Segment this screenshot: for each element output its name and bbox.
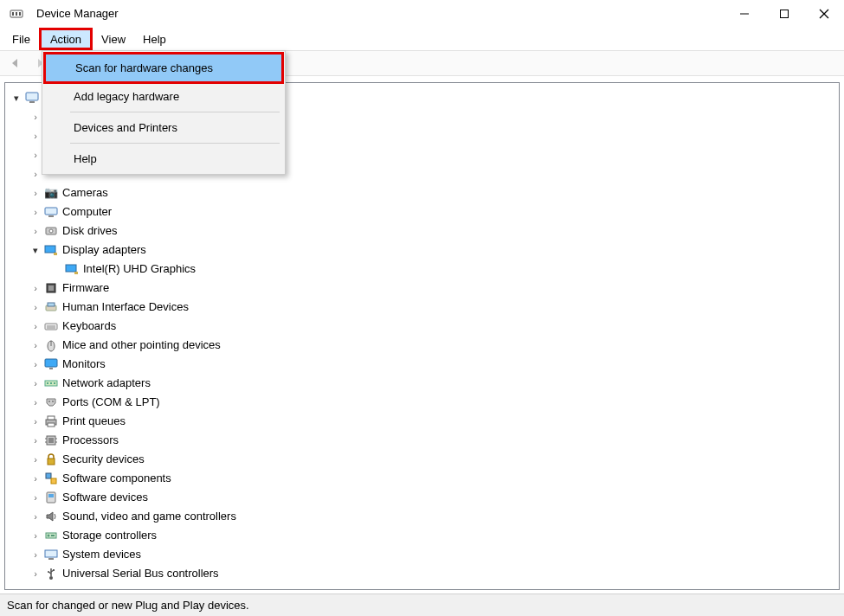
chevron-right-icon[interactable]: › <box>29 412 42 431</box>
tree-label: Cameras <box>62 183 108 202</box>
tree-node-cameras[interactable]: › 📷 Cameras <box>9 183 835 202</box>
tree-node-firmware[interactable]: › Firmware <box>9 279 835 298</box>
tree-node-system[interactable]: › System devices <box>9 545 835 564</box>
chevron-right-icon[interactable]: › <box>29 202 42 221</box>
processor-icon <box>43 433 59 447</box>
chevron-right-icon[interactable]: › <box>29 279 42 298</box>
menu-help[interactable]: Help <box>134 28 175 50</box>
chip-icon <box>43 281 59 295</box>
menu-action[interactable]: Action <box>39 28 93 50</box>
svg-point-34 <box>52 401 54 402</box>
tree-node-security[interactable]: › Security devices <box>9 450 835 469</box>
tree-label: Keyboards <box>62 317 116 336</box>
security-icon <box>43 452 59 466</box>
chevron-right-icon[interactable]: › <box>29 393 42 412</box>
tree-node-display[interactable]: ▾ Display adapters <box>9 241 835 260</box>
tree-label: Software components <box>62 469 171 488</box>
software-component-icon <box>43 472 59 485</box>
chevron-right-icon[interactable]: › <box>29 126 42 145</box>
menu-file[interactable]: File <box>3 28 39 50</box>
tree-node-swdev[interactable]: › Software devices <box>9 488 835 507</box>
chevron-down-icon[interactable]: ▾ <box>10 88 23 107</box>
tree-node-usb[interactable]: › Universal Serial Bus controllers <box>9 564 835 583</box>
tree-node-monitors[interactable]: › Monitors <box>9 355 835 374</box>
chevron-right-icon[interactable]: › <box>29 107 42 126</box>
svg-rect-30 <box>47 382 48 384</box>
monitor-icon <box>43 357 59 371</box>
menu-view[interactable]: View <box>93 28 134 50</box>
computer-icon <box>43 205 59 219</box>
chevron-right-icon[interactable]: › <box>29 450 42 469</box>
svg-point-13 <box>49 229 53 233</box>
svg-rect-53 <box>48 558 54 560</box>
svg-rect-51 <box>51 535 55 536</box>
sound-icon <box>43 510 59 523</box>
tree-node-swcomp[interactable]: › Software components <box>9 469 835 488</box>
statusbar: Scan for changed or new Plug and Play de… <box>0 594 844 616</box>
maximize-button[interactable] <box>764 0 804 28</box>
port-icon <box>43 395 59 409</box>
chevron-right-icon[interactable]: › <box>29 317 42 336</box>
tree-node-disk[interactable]: › Disk drives <box>9 221 835 241</box>
tree-node-sound[interactable]: › Sound, video and game controllers <box>9 507 835 526</box>
menu-item-add-legacy[interactable]: Add legacy hardware <box>44 83 283 110</box>
tree-node-computer[interactable]: › Computer <box>9 202 835 221</box>
tree-node-hid[interactable]: › Human Interface Devices <box>9 298 835 317</box>
svg-rect-3 <box>19 12 21 16</box>
chevron-right-icon[interactable]: › <box>29 355 42 374</box>
chevron-right-icon[interactable]: › <box>29 507 42 526</box>
chevron-right-icon[interactable]: › <box>29 431 42 450</box>
tree-label: Display adapters <box>62 241 146 260</box>
svg-rect-17 <box>74 272 78 274</box>
menubar: File Action View Help <box>0 28 844 50</box>
tree-node-network[interactable]: › Network adapters <box>9 374 835 393</box>
menu-item-help[interactable]: Help <box>44 145 283 172</box>
printer-icon <box>43 414 59 428</box>
svg-point-54 <box>49 576 53 580</box>
tree-label: Universal Serial Bus controllers <box>62 564 219 583</box>
chevron-right-icon[interactable]: › <box>29 374 42 393</box>
close-button[interactable] <box>804 0 844 28</box>
svg-rect-5 <box>781 10 789 18</box>
computer-icon <box>24 91 40 105</box>
tree-label: Firmware <box>62 279 109 298</box>
chevron-right-icon[interactable]: › <box>29 183 42 202</box>
chevron-right-icon[interactable]: › <box>29 488 42 507</box>
tree-node-ports[interactable]: › Ports (COM & LPT) <box>9 393 835 412</box>
menu-item-scan-hardware[interactable]: Scan for hardware changes <box>46 55 281 81</box>
tree-node-keyboards[interactable]: › Keyboards <box>9 317 835 336</box>
chevron-right-icon[interactable]: › <box>29 298 42 317</box>
minimize-button[interactable] <box>725 0 764 28</box>
svg-rect-28 <box>49 368 53 369</box>
back-button[interactable] <box>5 53 26 74</box>
tree-node-storage[interactable]: › Storage controllers <box>9 526 835 545</box>
hid-icon <box>43 300 59 314</box>
chevron-right-icon[interactable]: › <box>29 336 42 355</box>
chevron-right-icon[interactable]: › <box>29 469 42 488</box>
chevron-right-icon[interactable]: › <box>29 545 42 564</box>
chevron-right-icon[interactable]: › <box>29 145 42 164</box>
tree-node-mice[interactable]: › Mice and other pointing devices <box>9 336 835 355</box>
tree-label: Processors <box>62 431 119 450</box>
tree-node-proc[interactable]: › Processors <box>9 431 835 450</box>
chevron-right-icon[interactable]: › <box>29 221 42 241</box>
svg-rect-46 <box>51 478 56 484</box>
chevron-right-icon[interactable]: › <box>29 564 42 583</box>
tree-label: Ports (COM & LPT) <box>62 393 160 412</box>
camera-icon: 📷 <box>43 186 59 200</box>
svg-rect-15 <box>54 253 57 255</box>
tree-label: Monitors <box>62 355 106 374</box>
tree-node-printq[interactable]: › Print queues <box>9 412 835 431</box>
status-text: Scan for changed or new Plug and Play de… <box>7 599 249 612</box>
window-controls <box>725 0 844 28</box>
tree-label: Disk drives <box>62 221 118 241</box>
chevron-right-icon[interactable]: › <box>29 164 42 183</box>
tree-node-intel-uhd[interactable]: Intel(R) UHD Graphics <box>9 260 835 279</box>
chevron-down-icon[interactable]: ▾ <box>29 241 42 260</box>
tree-label: Mice and other pointing devices <box>62 336 221 355</box>
svg-rect-44 <box>48 459 55 465</box>
tree-label: Network adapters <box>62 374 151 393</box>
menu-item-devices-printers[interactable]: Devices and Printers <box>44 114 283 141</box>
chevron-right-icon[interactable]: › <box>29 526 42 545</box>
svg-rect-11 <box>48 215 54 217</box>
